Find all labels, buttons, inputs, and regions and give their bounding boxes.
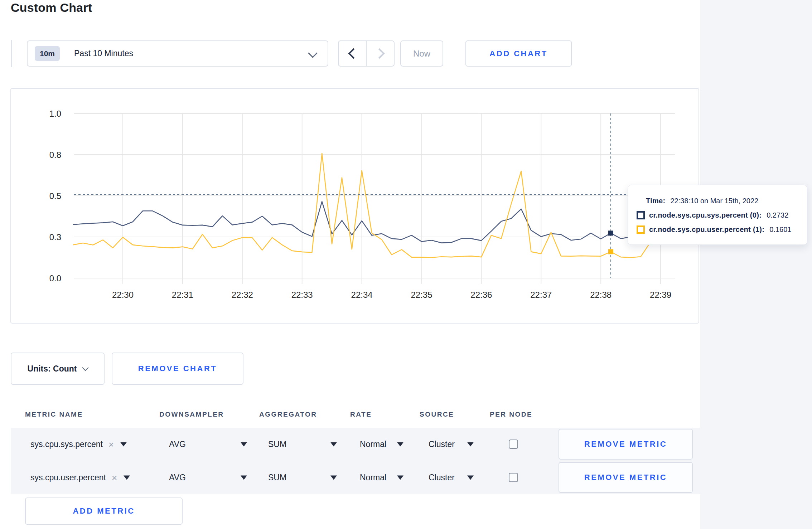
downsampler-value: AVG — [169, 440, 186, 449]
tooltip-time-label: Time: — [646, 197, 665, 205]
aggregator-select[interactable]: SUM — [268, 440, 337, 449]
svg-text:22:37: 22:37 — [530, 290, 552, 300]
downsampler-select[interactable]: AVG — [169, 440, 247, 449]
page-title: Custom Chart — [11, 1, 92, 15]
source-select[interactable]: Cluster — [429, 440, 474, 449]
col-header-per-node: PER NODE — [490, 401, 532, 428]
svg-text:0.5: 0.5 — [49, 191, 61, 201]
rate-select[interactable]: Normal — [360, 440, 403, 449]
downsampler-value: AVG — [169, 473, 186, 482]
chart-hover-tooltip: Time: 22:38:10 on Mar 15th, 2022 cr.node… — [628, 185, 807, 245]
svg-text:22:34: 22:34 — [351, 290, 373, 300]
remove-metric-button[interactable]: REMOVE METRIC — [559, 429, 693, 460]
metric-name-dropdown[interactable]: sys.cpu.sys.percent × — [30, 440, 127, 449]
tooltip-series-label: cr.node.sys.cpu.user.percent (1): — [649, 225, 764, 234]
time-prev-button[interactable] — [338, 40, 366, 67]
chevron-down-icon — [308, 48, 318, 58]
tooltip-time-row: Time: 22:38:10 on Mar 15th, 2022 — [637, 194, 807, 208]
svg-text:0.3: 0.3 — [49, 232, 61, 242]
aggregator-value: SUM — [268, 440, 286, 449]
time-range-dropdown[interactable]: 10m Past 10 Minutes — [27, 40, 328, 67]
svg-text:22:35: 22:35 — [411, 290, 432, 300]
rate-value: Normal — [360, 440, 386, 449]
svg-text:22:32: 22:32 — [232, 290, 253, 300]
caret-down-icon — [467, 442, 474, 446]
time-nav-group — [338, 40, 395, 67]
add-chart-button[interactable]: ADD CHART — [465, 40, 572, 67]
per-node-checkbox[interactable] — [509, 473, 518, 482]
caret-down-icon — [241, 442, 247, 446]
tooltip-series-value: 0.2732 — [767, 211, 788, 219]
units-dropdown[interactable]: Units: Count — [11, 353, 105, 385]
caret-down-icon — [330, 442, 337, 446]
tooltip-series-value: 0.1601 — [769, 225, 791, 234]
add-metric-button[interactable]: ADD METRIC — [25, 498, 183, 525]
col-header-metric-name: METRIC NAME — [25, 401, 83, 428]
col-header-downsampler: DOWNSAMPLER — [159, 401, 224, 428]
caret-down-icon — [467, 475, 474, 480]
aggregator-select[interactable]: SUM — [268, 473, 337, 482]
svg-text:22:33: 22:33 — [291, 290, 313, 300]
svg-text:22:38: 22:38 — [590, 290, 612, 300]
tooltip-series-row: cr.node.sys.cpu.sys.percent (0): 0.2732 — [637, 208, 807, 222]
toolbar-divider — [11, 40, 12, 67]
per-node-checkbox[interactable] — [509, 440, 518, 449]
remove-tag-icon[interactable]: × — [108, 440, 114, 449]
custom-chart-svg[interactable]: 0.00.30.50.81.022:3022:3122:3222:3322:34… — [11, 89, 699, 323]
metric-name-value: sys.cpu.sys.percent — [30, 440, 103, 449]
caret-down-icon — [397, 442, 403, 446]
table-row: sys.cpu.user.percent × AVG SUM Normal Cl… — [11, 461, 700, 494]
source-value: Cluster — [429, 473, 455, 482]
col-header-source: SOURCE — [420, 401, 454, 428]
caret-down-icon — [330, 475, 337, 480]
downsampler-select[interactable]: AVG — [169, 473, 247, 482]
svg-text:0.0: 0.0 — [49, 273, 61, 283]
svg-text:22:31: 22:31 — [172, 290, 193, 300]
rate-select[interactable]: Normal — [360, 473, 403, 482]
svg-text:0.8: 0.8 — [49, 150, 61, 160]
table-row: sys.cpu.sys.percent × AVG SUM Normal Clu… — [11, 428, 700, 461]
svg-text:22:36: 22:36 — [470, 290, 492, 300]
metric-name-value: sys.cpu.user.percent — [30, 473, 106, 482]
svg-text:22:39: 22:39 — [650, 290, 671, 300]
tooltip-series-row: cr.node.sys.cpu.user.percent (1): 0.1601 — [637, 222, 807, 237]
remove-tag-icon[interactable]: × — [112, 473, 117, 482]
rate-value: Normal — [360, 473, 386, 482]
time-next-button[interactable] — [366, 40, 395, 67]
remove-chart-button[interactable]: REMOVE CHART — [112, 353, 243, 385]
col-header-aggregator: AGGREGATOR — [259, 401, 317, 428]
caret-down-icon — [397, 475, 403, 480]
time-range-badge: 10m — [35, 46, 60, 61]
chevron-right-icon — [374, 48, 385, 59]
caret-down-icon — [124, 475, 130, 480]
metric-name-dropdown[interactable]: sys.cpu.user.percent × — [30, 473, 130, 482]
caret-down-icon — [120, 442, 127, 446]
units-label: Units: Count — [28, 364, 77, 374]
chevron-left-icon — [348, 48, 359, 59]
col-header-rate: RATE — [350, 401, 372, 428]
series-sys-swatch-icon — [637, 211, 645, 219]
source-value: Cluster — [429, 440, 455, 449]
tooltip-series-label: cr.node.sys.cpu.sys.percent (0): — [649, 211, 762, 219]
series-user-swatch-icon — [637, 225, 645, 234]
svg-text:1.0: 1.0 — [49, 109, 61, 118]
source-select[interactable]: Cluster — [429, 473, 474, 482]
aggregator-value: SUM — [268, 473, 286, 482]
remove-metric-button[interactable]: REMOVE METRIC — [559, 462, 693, 493]
tooltip-time-value: 22:38:10 on Mar 15th, 2022 — [670, 197, 758, 205]
time-range-label: Past 10 Minutes — [74, 49, 133, 58]
chart-card: 0.00.30.50.81.022:3022:3122:3222:3322:34… — [10, 88, 699, 324]
caret-down-icon — [241, 475, 247, 480]
svg-text:22:30: 22:30 — [112, 290, 134, 300]
now-button[interactable]: Now — [400, 40, 443, 67]
chevron-down-icon — [82, 364, 89, 371]
